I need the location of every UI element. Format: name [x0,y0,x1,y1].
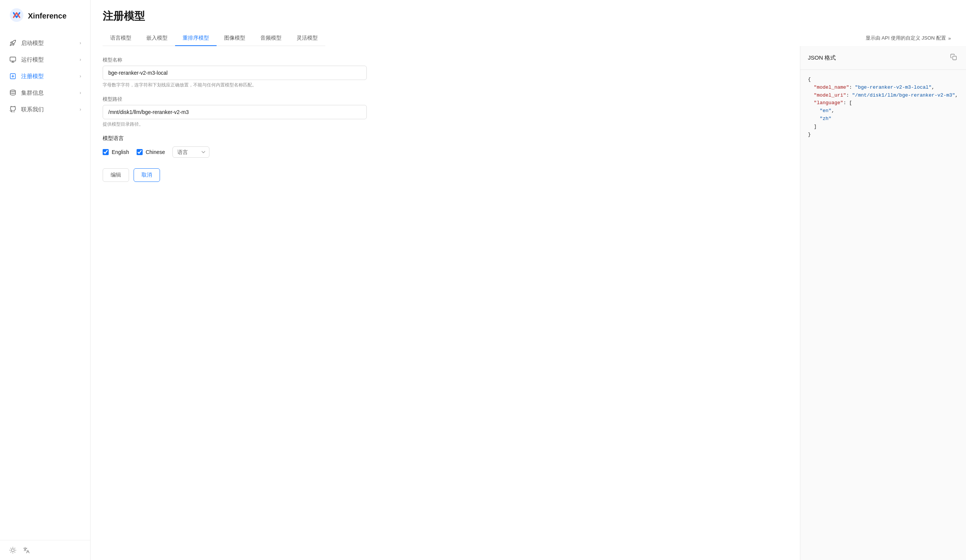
database-icon [9,89,16,97]
form-area: 模型名称 字母数字字符，连字符和下划线应正确放置，不能与任何内置模型名称匹配。 … [90,46,800,560]
logo: Xinference [0,0,90,32]
model-name-input[interactable] [103,66,367,80]
language-section-title: 模型语言 [103,135,788,142]
svg-line-16 [15,548,15,548]
json-panel-title: JSON 格式 [808,54,836,61]
copy-json-button[interactable] [949,52,958,63]
sidebar-item-running-label: 运行模型 [21,56,75,63]
model-path-group: 模型路径 提供模型目录路径。 [103,96,788,128]
model-name-hint: 字母数字字符，连字符和下划线应正确放置，不能与任何内置模型名称匹配。 [103,82,788,88]
tabs: 语言模型 嵌入模型 重排序模型 图像模型 音频模型 灵活模型 [103,31,325,46]
language-select[interactable]: 语言 English Chinese [172,146,209,158]
svg-rect-1 [10,57,16,61]
page-header: 注册模型 语言模型 嵌入模型 重排序模型 图像模型 音频模型 灵活模型 显示由 … [90,0,966,46]
sidebar-item-launch[interactable]: 启动模型 › [0,35,90,51]
sidebar-item-cluster[interactable]: 集群信息 › [0,85,90,101]
model-path-hint: 提供模型目录路径。 [103,121,788,128]
sidebar-nav: 启动模型 › 运行模型 › 注册 [0,32,90,540]
tabs-row: 语言模型 嵌入模型 重排序模型 图像模型 音频模型 灵活模型 显示由 API 使… [103,31,954,46]
tab-audio[interactable]: 音频模型 [253,31,289,46]
svg-point-7 [10,90,15,92]
chevron-right-icon-3: › [80,74,81,79]
tab-image[interactable]: 图像模型 [217,31,253,46]
svg-line-12 [15,552,15,552]
logo-icon [9,8,24,24]
sidebar-item-contact[interactable]: 联系我们 › [0,101,90,118]
tab-language[interactable]: 语言模型 [103,31,139,46]
tab-rerank[interactable]: 重排序模型 [175,31,217,46]
language-options: English Chinese 语言 English Chinese [103,146,788,158]
english-label: English [112,149,129,155]
model-path-label: 模型路径 [103,96,788,103]
json-panel: JSON 格式 { "model_name": "bge-reranker-v2… [800,46,966,560]
sidebar-item-register[interactable]: 注册模型 › [0,68,90,85]
svg-line-11 [11,548,11,548]
sidebar-item-contact-label: 联系我们 [21,106,75,113]
github-icon [9,106,16,113]
page-content: 模型名称 字母数字字符，连字符和下划线应正确放置，不能与任何内置模型名称匹配。 … [90,46,966,560]
form-actions: 编辑 取消 [103,168,788,182]
theme-toggle-icon[interactable] [9,547,16,554]
api-json-config-label: 显示由 API 使用的自定义 JSON 配置 [866,35,946,41]
chevron-right-icon-2: › [80,57,81,62]
language-icon[interactable] [23,547,30,554]
sidebar-item-running[interactable]: 运行模型 › [0,51,90,68]
logo-text: Xinference [28,12,66,20]
main-content: 注册模型 语言模型 嵌入模型 重排序模型 图像模型 音频模型 灵活模型 显示由 … [90,0,966,560]
tab-flexible[interactable]: 灵活模型 [289,31,325,46]
svg-point-8 [12,549,14,552]
model-path-input[interactable] [103,105,367,119]
cancel-button[interactable]: 取消 [133,168,160,182]
desktop-icon [9,56,16,63]
chinese-checkbox-item[interactable]: Chinese [136,149,165,155]
chevron-right-icon: › [80,40,81,46]
edit-button[interactable]: 编辑 [103,168,129,182]
api-json-config-action[interactable]: 显示由 API 使用的自定义 JSON 配置 » [863,33,954,43]
model-name-label: 模型名称 [103,57,788,63]
english-checkbox-item[interactable]: English [103,149,129,155]
tab-embed[interactable]: 嵌入模型 [139,31,175,46]
english-checkbox[interactable] [103,149,109,155]
model-name-group: 模型名称 字母数字字符，连字符和下划线应正确放置，不能与任何内置模型名称匹配。 [103,57,788,88]
svg-rect-17 [953,56,956,60]
sidebar-item-cluster-label: 集群信息 [21,89,75,97]
svg-point-0 [10,8,23,22]
page-title: 注册模型 [103,9,954,23]
sidebar-bottom [0,540,90,560]
sidebar-item-launch-label: 启动模型 [21,39,75,47]
chinese-checkbox[interactable] [136,149,143,155]
sidebar-item-register-label: 注册模型 [21,73,75,80]
svg-line-15 [11,552,11,552]
language-section: 模型语言 English Chinese 语言 English Chinese [103,135,788,158]
chevron-right-icon-5: › [80,107,81,112]
json-panel-header: JSON 格式 [800,46,966,70]
sidebar: Xinference 启动模型 › [0,0,90,560]
chinese-label: Chinese [146,149,165,155]
chevron-right-icon-4: › [80,90,81,95]
double-chevron-icon: » [948,36,951,41]
rocket-icon [9,39,16,47]
plus-square-icon [9,72,16,80]
json-body: { "model_name": "bge-reranker-v2-m3-loca… [800,70,966,560]
